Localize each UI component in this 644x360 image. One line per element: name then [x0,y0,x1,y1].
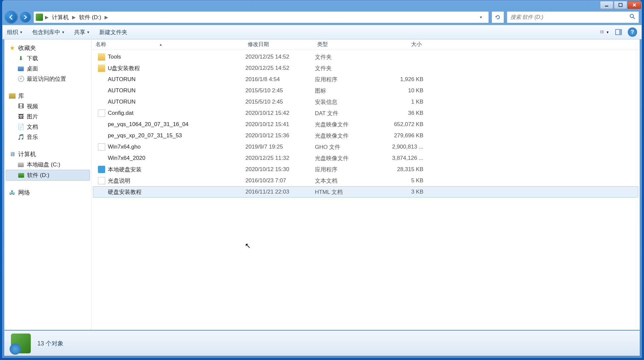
file-view: 名称▲ 修改日期 类型 大小 Tools2020/12/25 14:52文件夹U… [92,39,640,330]
svg-rect-10 [619,29,622,35]
file-size: 3,874,126 ... [384,155,427,161]
address-bar[interactable]: ▶ 计算机 ▶ 软件 (D:) ▶ ▾ [33,11,489,23]
file-row[interactable]: AUTORUN2015/5/10 2:45安装信息1 KB [93,96,638,108]
forward-button[interactable] [20,12,31,22]
file-size: 652,072 KB [384,121,427,128]
search-icon [629,14,635,21]
breadcrumb-drive[interactable]: 软件 (D:) [78,13,103,22]
file-row[interactable]: pe_yqs_xp_20_07_31_15_532020/10/12 15:36… [93,130,638,141]
file-size: 28,315 KB [384,166,427,173]
column-type[interactable]: 类型 [313,41,383,48]
file-exe-icon [98,76,105,83]
column-name[interactable]: 名称▲ [92,41,244,48]
sidebar-recent[interactable]: 🕘最近访问的位置 [6,74,90,84]
file-size: 1,926 KB [384,76,427,83]
file-row[interactable]: Tools2020/12/25 14:52文件夹 [93,51,638,63]
navigation-sidebar: ★收藏夹 ⬇下载 桌面 🕘最近访问的位置 库 🎞视频 🖼图片 📄文档 🎵音乐 🖥… [4,39,92,330]
include-library-menu[interactable]: 包含到库中▼ [32,28,65,36]
back-button[interactable] [5,11,18,23]
sidebar-favorites[interactable]: ★收藏夹 [6,43,90,53]
close-button[interactable] [628,1,641,9]
file-date: 2016/11/21 22:03 [245,189,315,195]
refresh-button[interactable] [492,11,504,23]
sidebar-computer[interactable]: 🖥计算机 [6,149,90,159]
file-date: 2015/5/10 2:45 [245,99,315,105]
file-folder-icon [98,53,105,61]
organize-menu[interactable]: 组织▼ [7,28,23,36]
body-area: ★收藏夹 ⬇下载 桌面 🕘最近访问的位置 库 🎞视频 🖼图片 📄文档 🎵音乐 🖥… [4,39,640,331]
file-row[interactable]: Win7x64.gho2019/9/7 19:25GHO 文件2,900,813… [93,141,638,153]
network-icon: 🖧 [9,189,16,196]
sidebar-drive-c[interactable]: 本地磁盘 (C:) [6,159,90,170]
share-menu[interactable]: 共享▼ [74,28,90,36]
file-name: U盘安装教程 [108,65,245,72]
file-date: 2015/5/10 2:45 [245,87,315,94]
file-name: 本地硬盘安装 [108,166,245,173]
file-row[interactable]: 硬盘安装教程2016/11/21 22:03HTML 文档3 KB [93,186,638,198]
sidebar-network[interactable]: 🖧网络 [6,187,90,198]
view-mode-button[interactable]: ▼ [600,27,609,37]
file-type: DAT 文件 [315,110,384,117]
file-row[interactable]: Win7x64_20202020/12/25 11:32光盘映像文件3,874,… [93,153,638,164]
toolbar-right: ▼ ? [600,27,637,37]
file-size: 3 KB [384,189,427,195]
file-date: 2020/12/25 14:52 [245,65,315,71]
maximize-button[interactable] [614,1,627,9]
svg-rect-4 [600,32,602,32]
video-icon: 🎞 [18,103,24,110]
help-button[interactable]: ? [628,27,637,37]
file-row[interactable]: pe_yqs_1064_20_07_31_16_042020/10/12 15:… [93,119,638,130]
sidebar-documents[interactable]: 📄文档 [6,122,90,132]
file-size: 279,696 KB [384,132,427,139]
chevron-right-icon: ▶ [104,15,109,20]
file-row[interactable]: 光盘说明2016/10/23 7:07文本文档5 KB [93,175,638,186]
drive-icon [18,161,24,168]
breadcrumb-computer[interactable]: 计算机 [51,13,70,22]
sidebar-libraries[interactable]: 库 [6,91,90,101]
status-bar: 13 个对象 [4,331,640,356]
desktop-icon [18,66,24,72]
file-name: AUTORUN [108,87,245,94]
file-dat-icon [98,110,105,117]
file-size: 36 KB [384,110,427,116]
preview-pane-button[interactable] [614,27,623,37]
column-date[interactable]: 修改日期 [244,41,313,48]
file-name: Win7x64.gho [108,144,245,150]
file-size: 2,900,813 ... [384,144,427,150]
file-name: Win7x64_2020 [108,155,245,161]
sidebar-music[interactable]: 🎵音乐 [6,132,90,142]
minimize-button[interactable] [600,1,613,9]
sidebar-desktop[interactable]: 桌面 [6,64,90,74]
chevron-right-icon: ▶ [71,15,76,20]
file-type: 安装信息 [315,98,384,106]
search-input[interactable] [510,14,629,20]
file-date: 2020/12/25 11:32 [245,155,315,161]
address-dropdown[interactable]: ▾ [480,15,487,20]
column-size[interactable]: 大小 [383,41,426,48]
file-row[interactable]: AUTORUN2016/1/8 4:54应用程序1,926 KB [93,74,638,85]
svg-rect-6 [602,31,604,31]
sidebar-downloads[interactable]: ⬇下载 [6,53,90,64]
sidebar-drive-d[interactable]: 软件 (D:) [6,170,90,181]
sidebar-videos[interactable]: 🎞视频 [6,101,90,112]
toolbar: 组织▼ 包含到库中▼ 共享▼ 新建文件夹 ▼ ? [2,25,642,39]
file-row[interactable]: U盘安装教程2020/12/25 14:52文件夹 [93,63,638,74]
file-row[interactable]: 本地硬盘安装2020/10/12 15:30应用程序28,315 KB [93,164,638,175]
file-row[interactable]: AUTORUN2015/5/10 2:45图标10 KB [93,85,638,96]
new-folder-button[interactable]: 新建文件夹 [99,28,127,36]
file-txt-icon [98,177,105,184]
file-name: Tools [108,54,245,60]
file-gho-icon [98,143,105,151]
file-type: HTML 文档 [315,188,384,196]
sidebar-pictures[interactable]: 🖼图片 [6,112,90,122]
computer-icon: 🖥 [9,151,16,158]
file-date: 2020/10/12 15:30 [245,166,315,173]
chevron-right-icon: ▶ [44,15,49,20]
svg-rect-5 [600,33,602,33]
sort-ascending-icon: ▲ [159,43,162,46]
file-type: 应用程序 [315,76,384,83]
file-row[interactable]: Config.dat2020/10/12 15:42DAT 文件36 KB [93,108,638,119]
file-ico-icon [98,87,105,94]
svg-rect-7 [602,32,604,32]
search-box[interactable] [507,11,639,23]
